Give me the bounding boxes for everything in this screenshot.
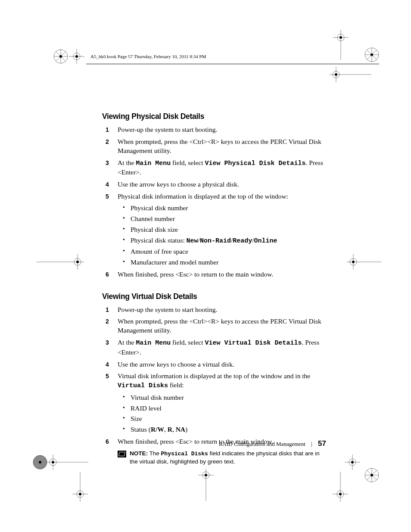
sub-item: Size (131, 414, 326, 423)
sub-item: Virtual disk number (131, 393, 326, 402)
footer-text: RAID Configuration and Management (219, 441, 305, 447)
crop-mark-bottom-right-cross (345, 454, 360, 470)
text: , (172, 426, 176, 433)
svg-point-8 (73, 53, 80, 60)
crop-mark-mid-right (347, 254, 381, 270)
step: Virtual disk information is displayed at… (115, 372, 326, 434)
sub-item: Channel number (131, 215, 326, 224)
svg-line-21 (367, 50, 377, 59)
svg-point-18 (365, 48, 379, 62)
footer-sep: | (311, 441, 312, 447)
svg-point-50 (351, 461, 354, 464)
bold-text: R (168, 426, 172, 433)
header-rule (86, 64, 379, 64)
text: At the (118, 339, 136, 346)
text: field, select (171, 339, 205, 346)
step: Physical disk information is displayed a… (115, 192, 326, 267)
step: Power-up the system to start booting. (115, 305, 326, 314)
page-footer: RAID Configuration and Management | 57 (102, 439, 326, 448)
crop-mark-bottom-left-star (32, 454, 48, 470)
svg-point-60 (339, 493, 342, 495)
svg-point-27 (76, 261, 79, 263)
text: Virtual disk information is displayed at… (118, 372, 310, 380)
mono-text: Physical Disks (161, 451, 208, 457)
crop-mark-top-left-star (53, 49, 68, 64)
sub-list: Virtual disk number RAID level Size Stat… (118, 393, 326, 435)
steps-virtual: Power-up the system to start booting. Wh… (102, 305, 326, 447)
page-number: 57 (318, 439, 326, 448)
sub-item: Physical disk size (131, 225, 326, 234)
svg-line-55 (367, 470, 377, 480)
bold-text: R/W (151, 426, 164, 433)
crop-mark-bottom-left-cross2 (72, 472, 88, 502)
crop-mark-bottom-mid (198, 469, 214, 503)
mono-text: New (187, 237, 198, 245)
crop-mark-bottom-right-cross2 (333, 472, 348, 502)
step: At the Main Menu field, select View Virt… (115, 338, 326, 357)
note-text: NOTE: The Physical Disks field indicates… (130, 450, 326, 466)
step: When finished, press <Esc> to return to … (115, 270, 326, 279)
mono-text: View Virtual Disk Details (205, 339, 302, 347)
crop-mark-bottom-left-cross (47, 454, 90, 470)
sub-item: RAID level (131, 404, 326, 413)
mono-text: Virtual Disks (118, 382, 168, 389)
mono-text: View Physical Disk Details (205, 160, 305, 167)
svg-point-56 (371, 474, 373, 476)
text: field, select (171, 159, 205, 166)
mono-text: Main Menu (136, 339, 171, 347)
crop-mark-top-right-cross (333, 30, 349, 60)
svg-point-41 (77, 491, 84, 498)
mono-text: Main Menu (136, 160, 171, 167)
text: , (164, 426, 168, 433)
section-title-virtual: Viewing Virtual Disk Details (102, 292, 326, 301)
mono-text: Online (254, 237, 277, 245)
svg-line-22 (367, 50, 377, 59)
svg-point-31 (352, 261, 355, 263)
step: Use the arrow keys to choose a physical … (115, 180, 326, 189)
text: Status ( (131, 426, 151, 433)
text: At the (118, 159, 136, 166)
bold-text: NA (176, 426, 185, 433)
sub-item: Physical disk number (131, 204, 326, 213)
note-label: NOTE: (130, 450, 148, 457)
svg-point-0 (54, 50, 68, 63)
svg-point-33 (33, 455, 47, 469)
text: The (148, 450, 161, 457)
text: ) (185, 426, 187, 433)
text: Physical disk information is displayed a… (118, 193, 288, 200)
svg-line-54 (367, 470, 377, 480)
crop-mark-top-left-cross (69, 49, 84, 64)
step: Use the arrow keys to choose a virtual d… (115, 360, 326, 369)
step: When prompted, press the <Ctrl><R> keys … (115, 317, 326, 335)
sub-item: Status (R/W, R, NA) (131, 425, 326, 434)
sub-item: Amount of free space (131, 247, 326, 256)
crop-mark-top-right-cross2 (330, 67, 373, 82)
step: When prompted, press the <Ctrl><R> keys … (115, 137, 326, 156)
svg-point-9 (75, 55, 78, 58)
svg-line-4 (56, 52, 65, 61)
svg-point-5 (59, 55, 62, 58)
svg-point-59 (337, 491, 344, 498)
note-icon (118, 451, 126, 457)
section-title-physical: Viewing Physical Disk Details (102, 112, 326, 121)
crop-mark-mid-left (37, 254, 84, 270)
steps-physical: Power-up the system to start booting. Wh… (102, 125, 326, 279)
svg-point-23 (371, 53, 373, 56)
mono-text: Ready (233, 237, 252, 245)
text: field: (168, 381, 184, 389)
svg-point-42 (79, 493, 81, 495)
svg-point-17 (335, 73, 337, 76)
svg-point-45 (202, 472, 209, 479)
svg-point-16 (333, 71, 339, 78)
sub-list: Physical disk number Channel number Phys… (118, 204, 326, 267)
sub-item: Manufacturer and model number (131, 258, 326, 267)
svg-point-51 (365, 468, 379, 482)
crop-mark-bottom-right-star (364, 467, 380, 483)
mono-text: Non-Raid (200, 237, 231, 245)
step: At the Main Menu field, select View Phys… (115, 159, 326, 177)
svg-point-13 (339, 36, 342, 39)
sub-item: Physical disk status: New/Non-Raid/Ready… (131, 236, 326, 246)
svg-point-32 (33, 455, 47, 469)
svg-point-46 (205, 474, 207, 476)
svg-point-12 (337, 34, 344, 41)
